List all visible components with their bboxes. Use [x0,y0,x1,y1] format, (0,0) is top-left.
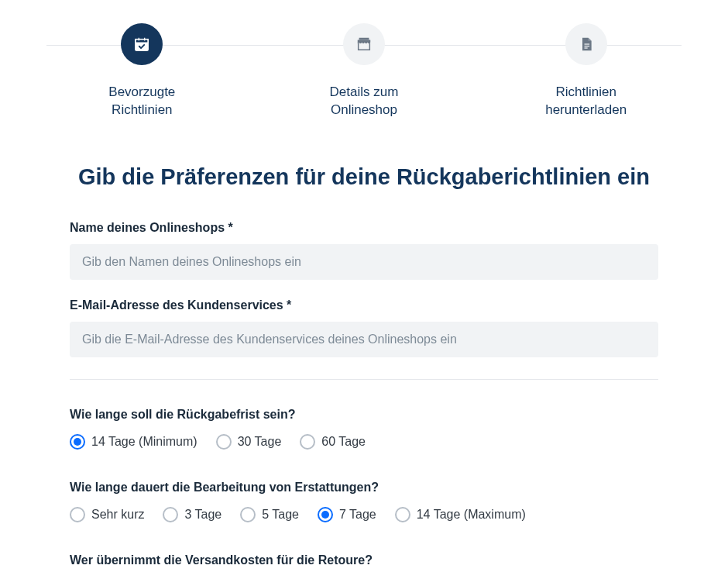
radio-7-days[interactable]: 7 Tage [318,507,376,522]
radio-label: Sehr kurz [91,508,144,522]
storefront-icon [343,23,385,65]
calendar-check-icon [121,23,163,65]
step-label: Richtlinienherunterladen [545,84,627,119]
step-label: BevorzugteRichtlinien [108,84,175,119]
return-deadline-options: 14 Tage (Minimum) 30 Tage 60 Tage [70,434,658,450]
service-email-input[interactable] [70,322,658,357]
radio-14-days[interactable]: 14 Tage (Minimum) [70,434,197,450]
radio-label: 14 Tage (Minimum) [91,435,197,449]
radio-very-short[interactable]: Sehr kurz [70,507,144,522]
step-label: Details zumOnlineshop [330,84,399,119]
radio-icon [163,507,178,522]
radio-14-days-max[interactable]: 14 Tage (Maximum) [395,507,526,522]
radio-icon [70,507,85,522]
radio-30-days[interactable]: 30 Tage [216,434,282,450]
return-deadline-question: Wie lange soll die Rückgabefrist sein? [70,408,658,422]
radio-3-days[interactable]: 3 Tage [163,507,221,522]
radio-label: 60 Tage [321,435,366,449]
radio-5-days[interactable]: 5 Tage [240,507,299,522]
radio-label: 5 Tage [262,508,299,522]
radio-label: 30 Tage [238,435,282,449]
document-icon [565,23,607,65]
refund-processing-question: Wie lange dauert die Bearbeitung von Ers… [70,481,658,495]
radio-icon [300,434,315,450]
wizard-steps: BevorzugteRichtlinien Details zumOnlines… [0,0,728,127]
step-shop-details[interactable]: Details zumOnlineshop [287,23,441,119]
radio-icon [395,507,410,522]
radio-label: 3 Tage [184,508,221,522]
shop-name-label: Name deines Onlineshops * [70,221,658,235]
radio-60-days[interactable]: 60 Tage [300,434,366,450]
radio-label: 14 Tage (Maximum) [417,508,526,522]
service-email-label: E-Mail-Adresse des Kundenservices * [70,298,658,312]
radio-icon [318,507,333,522]
form-content: Gib die Präferenzen für deine Rückgaberi… [0,164,728,579]
radio-icon [240,507,256,522]
radio-icon [70,434,85,450]
svg-rect-5 [359,38,369,40]
refund-processing-options: Sehr kurz 3 Tage 5 Tage 7 Tage 14 Tage (… [70,507,658,522]
page-title: Gib die Präferenzen für deine Rückgaberi… [70,164,658,190]
shop-name-input[interactable] [70,244,658,280]
radio-icon [216,434,232,450]
shipping-cost-question: Wer übernimmt die Versandkosten für die … [70,553,658,567]
radio-label: 7 Tage [339,508,376,522]
step-preferred-policies[interactable]: BevorzugteRichtlinien [64,23,219,119]
section-divider [70,379,658,380]
step-download-policies[interactable]: Richtlinienherunterladen [509,23,664,119]
